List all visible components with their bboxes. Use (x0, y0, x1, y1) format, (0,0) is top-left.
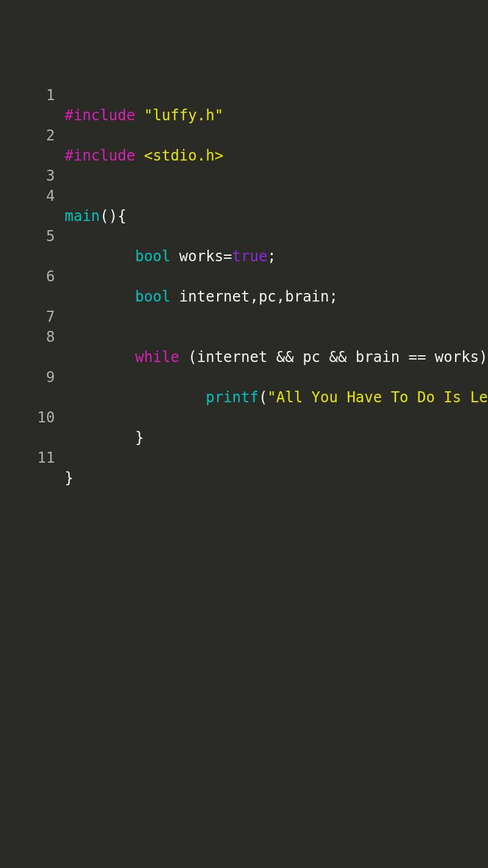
function-token: printf (206, 389, 259, 406)
line-number-gutter: 8 (0, 327, 65, 367)
punctuation-token: " (215, 107, 223, 124)
code-content: while (internet && pc && brain == works)… (65, 327, 488, 367)
preprocessor-token: #include (65, 147, 135, 164)
keyword-token: while (135, 349, 179, 366)
line-number-gutter: 9 (0, 367, 65, 408)
code-line: 11 } (0, 448, 488, 488)
code-line: 5 bool works=true; (0, 226, 488, 267)
line-number-gutter: 2 (0, 126, 65, 166)
line-number-gutter: 1 (0, 85, 65, 126)
code-line: 2 #include <stdio.h> (0, 126, 488, 166)
string-token: <stdio.h> (135, 147, 224, 164)
punctuation-token: } (65, 469, 73, 486)
code-line: 8 while (internet && pc && brain == work… (0, 327, 488, 367)
code-content: main(){ (65, 186, 488, 226)
indent (65, 429, 135, 446)
line-number-gutter: 11 (0, 448, 65, 488)
code-content: #include <stdio.h> (65, 126, 488, 166)
line-number-gutter: 6 (0, 267, 65, 307)
code-content (65, 307, 488, 327)
line-number-gutter: 5 (0, 226, 65, 267)
code-line: 10 } (0, 408, 488, 448)
code-content: bool internet,pc,brain; (65, 267, 488, 307)
line-number-gutter: 4 (0, 186, 65, 226)
keyword-token: true (232, 248, 268, 265)
keyword-token: bool (135, 248, 171, 265)
indent (65, 389, 206, 406)
line-number-gutter: 10 (0, 408, 65, 448)
preprocessor-token: #include (65, 107, 135, 124)
code-line: 3 (0, 166, 488, 186)
punctuation-token: ( (259, 389, 267, 406)
identifier-token: main (65, 208, 100, 225)
code-content: #include "luffy.h" (65, 85, 488, 126)
code-line: 7 (0, 307, 488, 327)
string-token: "All You Have To Do Is Learn....!" (267, 389, 488, 406)
identifier-token: works= (170, 248, 232, 265)
punctuation-token: } (135, 429, 144, 446)
indent (65, 349, 135, 366)
string-token: luffy.h (153, 107, 215, 124)
code-line: 6 bool internet,pc,brain; (0, 267, 488, 307)
code-content: } (65, 408, 488, 448)
punctuation-token: ; (267, 248, 276, 265)
code-content: bool works=true; (65, 226, 488, 267)
code-line: 1 #include "luffy.h" (0, 85, 488, 126)
punctuation-token: " (135, 107, 153, 124)
code-editor[interactable]: 1 #include "luffy.h" 2 #include <stdio.h… (0, 0, 488, 488)
keyword-token: bool (135, 288, 171, 305)
code-line: 9 printf("All You Have To Do Is Learn...… (0, 367, 488, 408)
line-number-gutter: 3 (0, 166, 65, 186)
indent (65, 248, 135, 265)
line-number-gutter: 7 (0, 307, 65, 327)
code-line: 4 main(){ (0, 186, 488, 226)
code-content: printf("All You Have To Do Is Learn....!… (65, 367, 488, 408)
code-content (65, 166, 488, 186)
indent (65, 288, 135, 305)
code-content: } (65, 448, 488, 488)
identifier-token: internet,pc,brain; (170, 288, 338, 305)
expression-token: (internet && pc && brain == works){ (179, 349, 488, 366)
punctuation-token: (){ (100, 208, 126, 225)
